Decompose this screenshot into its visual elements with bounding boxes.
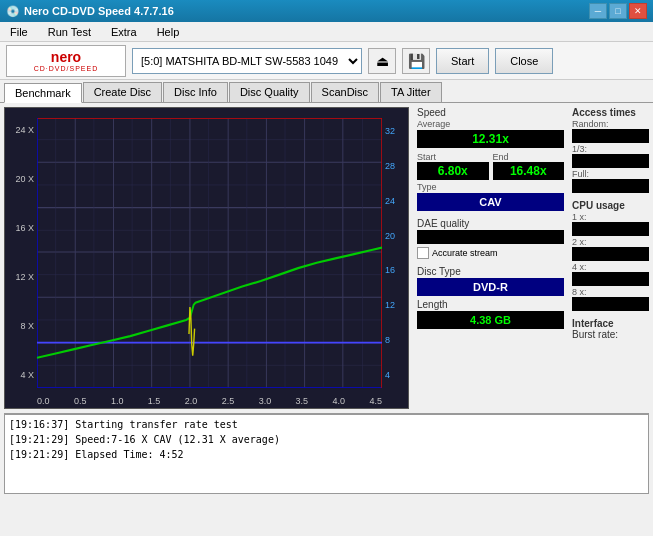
x-4.5: 4.5 — [369, 396, 382, 406]
random-label: Random: — [572, 119, 649, 129]
y-axis-right: 4 8 12 16 20 24 28 32 — [382, 126, 408, 380]
start-value: 6.80x — [417, 162, 489, 180]
type-value: CAV — [417, 193, 564, 211]
x-1.0: 1.0 — [111, 396, 124, 406]
full-label: Full: — [572, 169, 649, 179]
end-label: End — [493, 152, 509, 162]
x-3.0: 3.0 — [259, 396, 272, 406]
cpu-8x-label: 8 x: — [572, 287, 649, 297]
tab-scandisc[interactable]: ScanDisc — [311, 82, 379, 102]
y-right-28: 28 — [385, 161, 395, 171]
start-button[interactable]: Start — [436, 48, 489, 74]
x-4.0: 4.0 — [333, 396, 346, 406]
log-area[interactable]: [19:16:37] Starting transfer rate test [… — [4, 414, 649, 494]
y-left-24x: 24 X — [15, 126, 34, 135]
start-label: Start — [417, 152, 436, 162]
x-1.5: 1.5 — [148, 396, 161, 406]
x-0.0: 0.0 — [37, 396, 50, 406]
y-right-12: 12 — [385, 300, 395, 310]
access-times-title: Access times — [572, 107, 649, 118]
y-right-32: 32 — [385, 126, 395, 136]
disc-type-label: Disc Type — [417, 266, 564, 277]
y-left-4x: 4 X — [20, 371, 34, 380]
tab-ta-jitter[interactable]: TA Jitter — [380, 82, 442, 102]
menu-help[interactable]: Help — [151, 24, 186, 40]
speed-title: Speed — [417, 107, 564, 118]
access-times-section: Access times Random: 1/3: Full: — [572, 107, 649, 194]
app-icon: 💿 — [6, 5, 20, 18]
toolbar: nero CD·DVD/SPEED [5:0] MATSHITA BD-MLT … — [0, 42, 653, 80]
chart-area: 4 X 8 X 12 X 16 X 20 X 24 X 4 8 12 16 20… — [4, 107, 409, 409]
svg-rect-0 — [37, 118, 382, 388]
save-button[interactable]: 💾 — [402, 48, 430, 74]
info-panel: Speed Average 12.31x Start 6.80x End 16.… — [413, 103, 568, 413]
y-left-8x: 8 X — [20, 322, 34, 331]
y-left-16x: 16 X — [15, 224, 34, 233]
tab-benchmark[interactable]: Benchmark — [4, 83, 82, 103]
end-col: End 16.48x — [493, 151, 565, 180]
tab-disc-quality[interactable]: Disc Quality — [229, 82, 310, 102]
title-bar-left: 💿 Nero CD-DVD Speed 4.7.7.16 — [6, 5, 174, 18]
app-title: Nero CD-DVD Speed 4.7.7.16 — [24, 5, 174, 17]
dae-section: DAE quality Accurate stream — [417, 218, 564, 259]
y-left-20x: 20 X — [15, 175, 34, 184]
x-2.5: 2.5 — [222, 396, 235, 406]
menu-run-test[interactable]: Run Test — [42, 24, 97, 40]
maximize-button[interactable]: □ — [609, 3, 627, 19]
logo-text: nero — [51, 49, 81, 65]
close-button[interactable]: ✕ — [629, 3, 647, 19]
y-right-24: 24 — [385, 196, 395, 206]
disc-type-value: DVD-R — [417, 278, 564, 296]
x-2.0: 2.0 — [185, 396, 198, 406]
x-3.5: 3.5 — [296, 396, 309, 406]
x-axis: 0.0 0.5 1.0 1.5 2.0 2.5 3.0 3.5 4.0 4.5 — [37, 396, 382, 406]
minimize-button[interactable]: ─ — [589, 3, 607, 19]
logo-sub: CD·DVD/SPEED — [34, 65, 99, 72]
end-value: 16.48x — [493, 162, 565, 180]
cpu-usage-section: CPU usage 1 x: 2 x: 4 x: 8 x: — [572, 200, 649, 312]
burst-label: Burst rate: — [572, 329, 649, 340]
accurate-stream-row: Accurate stream — [417, 247, 564, 259]
cpu-1x-box — [572, 222, 649, 236]
cpu-1x-label: 1 x: — [572, 212, 649, 222]
title-bar-controls: ─ □ ✕ — [589, 3, 647, 19]
accurate-stream-checkbox[interactable] — [417, 247, 429, 259]
y-right-4: 4 — [385, 370, 390, 380]
cpu-2x-label: 2 x: — [572, 237, 649, 247]
average-value: 12.31x — [417, 130, 564, 148]
y-right-20: 20 — [385, 231, 395, 241]
interface-section: Interface Burst rate: — [572, 318, 649, 340]
dae-value-box — [417, 230, 564, 244]
menu-bar: File Run Test Extra Help — [0, 22, 653, 42]
chart-svg — [37, 118, 382, 388]
start-col: Start 6.80x — [417, 151, 489, 180]
speed-section: Speed Average 12.31x Start 6.80x End 16.… — [417, 107, 564, 211]
menu-file[interactable]: File — [4, 24, 34, 40]
close-app-button[interactable]: Close — [495, 48, 553, 74]
dae-label: DAE quality — [417, 218, 564, 229]
drive-selector[interactable]: [5:0] MATSHITA BD-MLT SW-5583 1049 — [132, 48, 362, 74]
menu-extra[interactable]: Extra — [105, 24, 143, 40]
y-left-12x: 12 X — [15, 273, 34, 282]
cpu-4x-label: 4 x: — [572, 262, 649, 272]
right-panel: Access times Random: 1/3: Full: CPU usag… — [568, 103, 653, 413]
y-right-8: 8 — [385, 335, 390, 345]
onethird-value-box — [572, 154, 649, 168]
tab-disc-info[interactable]: Disc Info — [163, 82, 228, 102]
full-value-box — [572, 179, 649, 193]
title-bar: 💿 Nero CD-DVD Speed 4.7.7.16 ─ □ ✕ — [0, 0, 653, 22]
x-0.5: 0.5 — [74, 396, 87, 406]
interface-title: Interface — [572, 318, 649, 329]
random-value-box — [572, 129, 649, 143]
cpu-2x-box — [572, 247, 649, 261]
tabs: Benchmark Create Disc Disc Info Disc Qua… — [0, 80, 653, 103]
accurate-stream-label: Accurate stream — [432, 248, 498, 258]
cpu-title: CPU usage — [572, 200, 649, 211]
onethird-label: 1/3: — [572, 144, 649, 154]
tab-create-disc[interactable]: Create Disc — [83, 82, 162, 102]
main-content: 4 X 8 X 12 X 16 X 20 X 24 X 4 8 12 16 20… — [0, 103, 653, 413]
average-label: Average — [417, 119, 564, 129]
eject-button[interactable]: ⏏ — [368, 48, 396, 74]
nero-logo: nero CD·DVD/SPEED — [6, 45, 126, 77]
log-entry-1: [19:21:29] Speed:7-16 X CAV (12.31 X ave… — [9, 432, 644, 447]
